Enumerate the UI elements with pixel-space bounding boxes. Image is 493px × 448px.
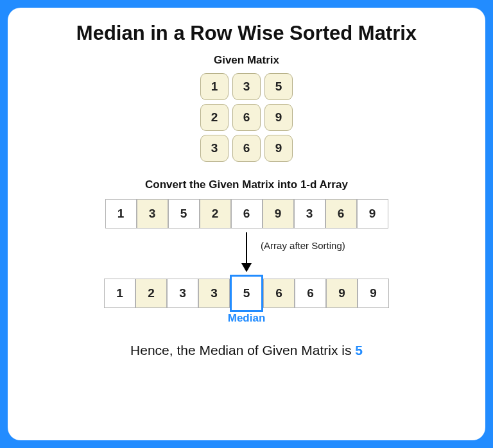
array-cell: 9	[263, 199, 294, 228]
array-cell: 6	[295, 279, 326, 308]
matrix-cell: 3	[200, 135, 229, 162]
flat-array: 1 3 5 2 6 9 3 6 9	[21, 199, 472, 228]
median-label: Median	[21, 312, 472, 325]
sort-label: (Array after Sorting)	[261, 240, 345, 251]
matrix-cell: 2	[200, 104, 229, 131]
array-cell: 5	[168, 199, 200, 228]
array-cell: 1	[105, 199, 137, 228]
matrix-cell: 5	[264, 73, 293, 100]
result-prefix: Hence, the Median of Given Matrix is	[130, 343, 355, 358]
matrix-cell: 3	[232, 73, 261, 100]
arrow-section: (Array after Sorting)	[21, 231, 472, 276]
matrix-cell: 6	[232, 135, 261, 162]
given-matrix-label: Given Matrix	[21, 54, 472, 67]
matrix-cell: 9	[264, 104, 293, 131]
arrow-head-icon	[241, 263, 252, 272]
given-matrix: 1 3 5 2 6 9 3 6 9	[200, 73, 293, 166]
array-cell: 6	[231, 199, 263, 228]
matrix-row: 1 3 5	[200, 73, 293, 100]
result-text: Hence, the Median of Given Matrix is 5	[21, 343, 472, 358]
array-cell: 9	[357, 199, 388, 228]
page-title: Median in a Row Wise Sorted Matrix	[21, 22, 472, 45]
arrow-down-icon	[246, 232, 247, 264]
matrix-row: 2 6 9	[200, 104, 293, 131]
array-cell: 1	[104, 279, 135, 308]
array-cell: 3	[137, 199, 168, 228]
matrix-cell: 9	[264, 135, 293, 162]
array-cell: 6	[263, 279, 295, 308]
diagram-page: Median in a Row Wise Sorted Matrix Given…	[8, 8, 485, 440]
array-cell: 3	[294, 199, 325, 228]
convert-label: Convert the Given Matrix into 1-d Array	[21, 178, 472, 191]
array-cell: 2	[200, 199, 231, 228]
matrix-cell: 1	[200, 73, 229, 100]
matrix-row: 3 6 9	[200, 135, 293, 162]
sorted-array: 1 2 3 3 5 6 6 9 9	[21, 279, 472, 308]
array-cell: 6	[325, 199, 357, 228]
array-cell: 3	[198, 279, 230, 308]
median-cell: 5	[230, 275, 263, 312]
array-cell: 9	[358, 279, 389, 308]
array-cell: 2	[135, 279, 167, 308]
array-cell: 3	[167, 279, 198, 308]
result-value: 5	[355, 343, 363, 358]
matrix-cell: 6	[232, 104, 261, 131]
array-cell: 9	[326, 279, 358, 308]
